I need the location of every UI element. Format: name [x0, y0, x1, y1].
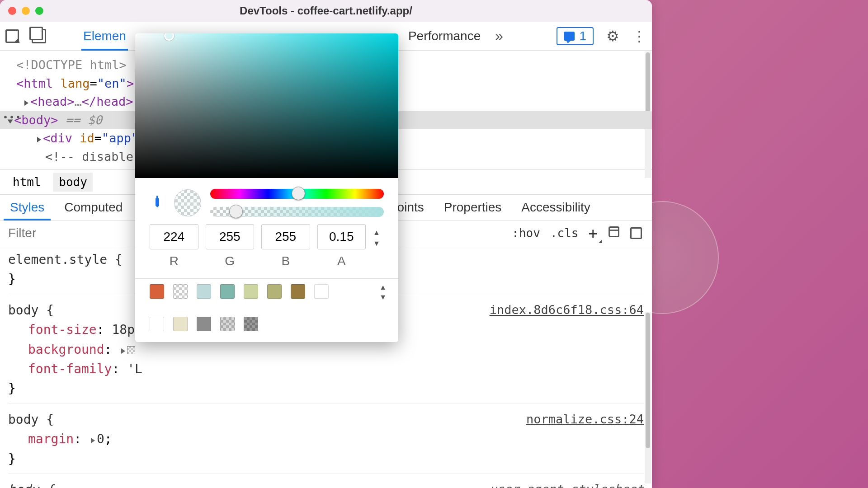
titlebar: DevTools - coffee-cart.netlify.app/ — [0, 0, 652, 22]
window-title: DevTools - coffee-cart.netlify.app/ — [0, 5, 652, 17]
expand-icon[interactable] — [121, 348, 125, 354]
r-label: R — [150, 254, 198, 268]
swatch[interactable] — [150, 284, 164, 299]
saturation-value-field[interactable] — [135, 33, 398, 178]
palette-switch[interactable]: ▲▼ — [379, 283, 387, 301]
swatch[interactable] — [220, 317, 235, 331]
swatch[interactable] — [197, 317, 211, 331]
device-toolbar-icon[interactable] — [32, 29, 46, 43]
styles-scrollbar[interactable] — [645, 312, 651, 483]
source-ua: user agent stylesheet — [490, 480, 644, 488]
a-label: A — [317, 254, 366, 268]
color-mode-switch[interactable]: ▲▼ — [373, 229, 384, 248]
brace-close: } — [8, 449, 644, 469]
prop-background[interactable]: background — [28, 342, 104, 357]
b-input[interactable] — [261, 224, 310, 249]
divider — [135, 278, 398, 279]
swatch[interactable] — [173, 284, 188, 299]
r-input[interactable] — [150, 224, 198, 249]
tab-elements[interactable]: Elemen — [81, 23, 128, 50]
settings-icon[interactable]: ⚙ — [606, 28, 619, 45]
more-menu-icon[interactable]: ⋮ — [632, 28, 646, 45]
rule-body-normalize[interactable]: normalize.css:24 body { margin: 0; } — [8, 410, 644, 474]
tab-performance[interactable]: Performance — [406, 23, 482, 50]
expand-icon[interactable] — [91, 438, 95, 443]
swatch[interactable] — [244, 284, 258, 299]
subtab-accessibility[interactable]: Accessibility — [511, 195, 600, 220]
prop-font-size[interactable]: font-size — [28, 322, 97, 337]
alpha-slider[interactable] — [210, 207, 384, 217]
g-input[interactable] — [206, 224, 255, 249]
crumb-html[interactable]: html — [7, 173, 47, 192]
swatch[interactable] — [150, 317, 164, 331]
subtab-styles[interactable]: Styles — [0, 195, 54, 220]
swatch[interactable] — [173, 317, 188, 331]
swatch[interactable] — [197, 284, 211, 299]
color-swatch-icon[interactable] — [127, 346, 135, 354]
swatch[interactable] — [244, 317, 258, 331]
swatch[interactable] — [314, 284, 329, 299]
color-preview — [174, 189, 201, 216]
issues-count: 1 — [579, 29, 586, 43]
message-icon — [564, 32, 575, 41]
more-styles-icon[interactable] — [630, 227, 642, 239]
computed-styles-icon[interactable] — [608, 225, 620, 241]
subtab-properties[interactable]: Properties — [434, 195, 512, 220]
source-link-normalize[interactable]: normalize.css:24 — [526, 410, 644, 429]
issues-badge[interactable]: 1 — [557, 27, 594, 45]
more-tabs-icon[interactable]: » — [495, 28, 500, 44]
b-label: B — [261, 254, 310, 268]
brace-close: } — [8, 379, 644, 398]
eyedropper-icon[interactable] — [146, 192, 168, 214]
swatch-palette: ▲▼ — [135, 284, 398, 342]
hue-handle[interactable] — [292, 187, 305, 200]
hov-toggle[interactable]: :hov — [512, 226, 540, 240]
prop-margin[interactable]: margin — [28, 432, 74, 446]
subtab-computed[interactable]: Computed — [54, 195, 132, 220]
source-link-index[interactable]: index.8d6c6f18.css:64 — [490, 300, 644, 319]
swatch[interactable] — [267, 284, 282, 299]
inspect-element-icon[interactable] — [5, 29, 19, 43]
new-style-rule-button[interactable]: + — [589, 224, 598, 242]
svg-rect-0 — [609, 227, 619, 237]
color-picker: R G B A ▲▼ ▲▼ — [135, 33, 398, 342]
rule-body-ua[interactable]: user agent stylesheet body { display: bl… — [8, 480, 644, 488]
hue-slider[interactable] — [210, 189, 384, 199]
devtools-window: DevTools - coffee-cart.netlify.app/ Elem… — [0, 0, 652, 488]
sv-handle[interactable] — [164, 33, 174, 41]
swatch[interactable] — [220, 284, 235, 299]
g-label: G — [206, 254, 255, 268]
swatch[interactable] — [291, 284, 305, 299]
crumb-body[interactable]: body — [53, 173, 93, 192]
a-input[interactable] — [317, 224, 366, 249]
alpha-handle[interactable] — [229, 205, 243, 218]
prop-font-family[interactable]: font-family — [28, 361, 112, 376]
cls-toggle[interactable]: .cls — [550, 226, 579, 240]
